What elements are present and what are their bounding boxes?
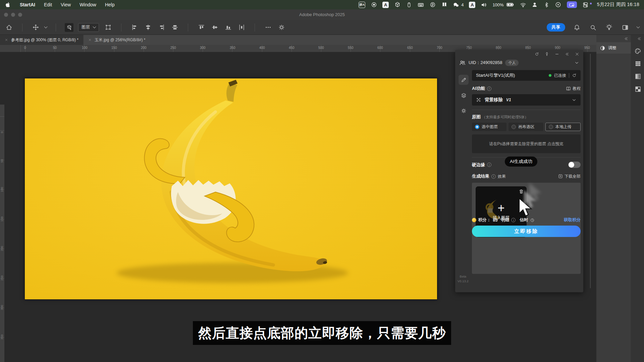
document-tab-inactive[interactable]: 玉米.jpg @ 256%(RGB/8#) * <box>83 35 150 45</box>
chevron-down-icon[interactable] <box>637 25 640 28</box>
search-button[interactable] <box>589 23 597 32</box>
refresh-panel-icon[interactable] <box>535 52 539 56</box>
credits-detail-link[interactable]: 明细 <box>501 217 509 223</box>
menu-window[interactable]: Window <box>79 2 96 7</box>
menu-edit[interactable]: Edit <box>44 2 52 7</box>
bluetooth-icon[interactable] <box>543 2 550 8</box>
close-panel-icon[interactable] <box>575 52 579 56</box>
wechat-icon[interactable] <box>453 2 459 8</box>
more-options-button[interactable] <box>264 23 272 32</box>
collapse-panel-icon[interactable] <box>624 37 628 41</box>
document-canvas[interactable] <box>24 78 437 300</box>
workspace-layout-button[interactable] <box>621 23 630 32</box>
layers-rail-button[interactable] <box>459 90 469 100</box>
patterns-panel-icon[interactable] <box>634 85 642 93</box>
align-right-button[interactable] <box>157 23 166 32</box>
chevron-down-icon[interactable] <box>44 25 48 28</box>
select-layer-hint[interactable]: 请在Ps选择需要去除背景的图层 点击预览 <box>472 134 581 153</box>
divider <box>188 23 188 32</box>
source-option-local-upload[interactable]: 本地上传 <box>545 123 581 131</box>
mouse-icon[interactable] <box>406 2 412 8</box>
engine-status-bar[interactable]: StartAI引擎V1(试用) 已连接 <box>472 70 581 81</box>
minimize-panel-icon[interactable] <box>555 52 559 56</box>
close-tab-icon[interactable] <box>5 38 8 42</box>
distribute-horizontal-button[interactable] <box>237 23 246 32</box>
wifi-icon[interactable] <box>520 2 526 8</box>
tutorial-link[interactable]: 教程 <box>566 86 581 92</box>
document-tab-active[interactable]: 参考图.jpg @ 300% (图层 0, RGB/8) * <box>0 35 83 45</box>
user-icon[interactable] <box>532 2 538 8</box>
screen-mirroring-icon[interactable] <box>567 1 577 8</box>
fast-user-switch-icon[interactable] <box>582 2 589 8</box>
playback-icon[interactable] <box>555 2 561 8</box>
menu-view[interactable]: View <box>61 2 71 7</box>
volume-icon[interactable] <box>481 2 487 8</box>
edit-tool-rail-button[interactable] <box>459 75 469 85</box>
move-tool-icon[interactable] <box>31 23 40 32</box>
status-dot <box>590 3 592 4</box>
package-icon[interactable] <box>394 2 400 8</box>
align-justify-button[interactable] <box>170 23 179 32</box>
swatches-panel-icon[interactable] <box>634 60 642 68</box>
p-circle-icon[interactable] <box>429 2 436 8</box>
chevron-down-icon[interactable] <box>574 60 579 65</box>
auto-select-mode-dropdown[interactable]: 图层 <box>78 23 99 32</box>
home-button[interactable] <box>5 23 13 32</box>
align-center-button[interactable] <box>144 23 152 32</box>
results-title: 生成结果 <box>472 173 489 179</box>
source-option-selected-layer[interactable]: 选中图层 <box>472 123 506 131</box>
color-panel-icon[interactable] <box>634 47 642 55</box>
share-button[interactable]: 共享 <box>547 23 565 32</box>
menu-app-name[interactable]: StartAI <box>20 2 35 7</box>
record-icon[interactable] <box>371 2 377 8</box>
notifications-bell-button[interactable] <box>573 23 581 32</box>
feature-select-dropdown[interactable]: 背景移除 V1 <box>472 94 581 106</box>
menu-help[interactable]: Help <box>105 2 115 7</box>
auto-select-toggle[interactable] <box>65 23 73 32</box>
gradients-panel-icon[interactable] <box>634 72 642 80</box>
menu-bar-clock[interactable]: 5月22日 周四 16:18 <box>597 2 639 8</box>
effect-label: 效果 <box>498 174 506 179</box>
collapse-panel-icon[interactable] <box>565 52 569 56</box>
scrollbar[interactable] <box>590 54 591 288</box>
remove-now-button[interactable]: 立即移除 <box>472 226 581 237</box>
wechat-unread-count: 4 <box>461 2 464 7</box>
align-settings-gear-button[interactable] <box>277 23 286 32</box>
discover-bulb-button[interactable] <box>605 23 613 32</box>
pin-panel-icon[interactable] <box>545 52 549 56</box>
close-tab-icon[interactable] <box>88 38 92 42</box>
app-badge-a2-icon[interactable]: A <box>469 2 475 8</box>
vertical-ruler[interactable]: 050 100150 200250 300350 400 <box>0 105 5 362</box>
video-subtitle: 然后直接点底部的立即移除，只需要几秒 <box>193 321 451 345</box>
keyboard-icon[interactable] <box>418 2 424 8</box>
hard-edge-toggle[interactable] <box>568 162 581 168</box>
source-title: 原图 <box>472 114 481 120</box>
collapse-strip-icon[interactable] <box>637 37 641 41</box>
source-option-canvas-selection[interactable]: 画布选区 <box>508 123 543 131</box>
apple-logo-icon[interactable] <box>5 2 11 8</box>
distribute-middle-button[interactable] <box>210 23 219 32</box>
adjustments-panel: 调整 <box>596 35 631 362</box>
battery-icon[interactable] <box>506 2 515 8</box>
input-method-icon[interactable]: 拼A <box>359 2 365 8</box>
info-icon[interactable]: i <box>487 86 491 91</box>
source-header: 原图 （支持最多可同时处理5张） <box>472 114 581 120</box>
download-all-link[interactable]: 下载全部 <box>558 174 581 179</box>
plugin-side-rail <box>455 70 472 292</box>
info-icon[interactable]: i <box>491 174 496 179</box>
bookmark-icon[interactable] <box>441 2 447 8</box>
app-badge-a-icon[interactable]: A <box>382 2 389 8</box>
align-left-button[interactable] <box>130 23 139 32</box>
tutorial-label: 教程 <box>573 86 581 92</box>
reconnect-icon[interactable] <box>572 73 577 78</box>
credits-value: 85 <box>493 218 498 223</box>
tab-adjustments[interactable]: 调整 <box>596 42 631 54</box>
show-transform-controls-toggle[interactable] <box>104 23 112 32</box>
account-row[interactable]: UID：249092858 个人 <box>455 58 583 67</box>
get-credits-link[interactable]: 获取积分 <box>564 217 581 223</box>
distribute-top-button[interactable] <box>197 23 206 32</box>
info-icon[interactable]: i <box>487 163 491 167</box>
info-icon[interactable]: i <box>511 218 516 222</box>
distribute-bottom-button[interactable] <box>224 23 232 32</box>
settings-rail-button[interactable] <box>459 106 469 116</box>
